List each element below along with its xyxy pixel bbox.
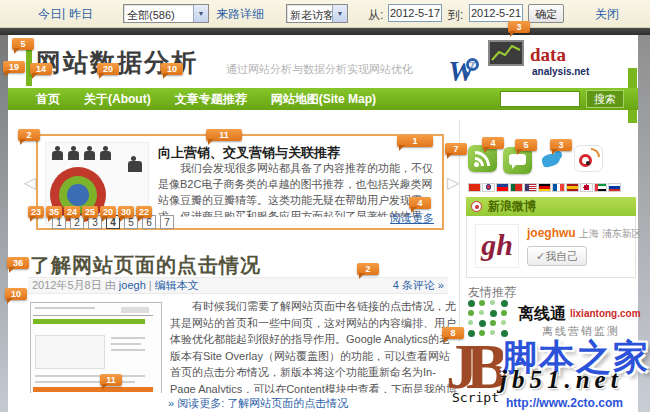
watermark-domain: jb51.net [500,366,623,394]
click-count-badge[interactable]: 25 [82,206,98,218]
click-count-badge[interactable]: 14 [30,63,52,75]
yesterday-link[interactable]: 昨日 [69,6,93,23]
from-date-input[interactable]: 2012-5-17 [388,4,442,22]
site-logo: W data analysis.net [440,40,590,86]
flag-south-korea-icon[interactable] [482,183,495,192]
weibo-mini-icon [471,201,482,212]
flag-taiwan-icon[interactable] [496,183,509,192]
article-read-more-link[interactable]: » 阅读更多: 了解网站页面的点击情况 [168,396,348,411]
click-count-badge[interactable]: 5 [12,38,34,50]
weibo-follow-button[interactable]: ✓我自己 [527,246,587,266]
source-filter-value: 全部(586) [127,8,175,23]
flag-france-icon[interactable] [552,183,565,192]
click-count-badge[interactable]: 10 [5,288,27,300]
chart-icon [488,40,524,66]
article-title[interactable]: 了解网站页面的点击情况 [30,252,261,279]
nav-item[interactable]: 首页 [36,91,60,108]
flag-usa-icon[interactable] [524,183,537,192]
edit-post-link[interactable]: 编辑本文 [155,279,199,291]
click-count-badge[interactable]: 24 [64,206,80,218]
article-meta: 2012年5月8日 由 joegh | 编辑本文 4 条评论 » [28,277,448,294]
click-count-badge[interactable]: 2 [18,129,40,141]
main-nav: 首页关于(About)文章专题推荐网站地图(Site Map) 搜索 [8,88,638,110]
click-count-badge[interactable]: 4 [482,137,504,149]
click-count-badge[interactable]: 2 [357,263,379,275]
weibo-widget-body: gh joeghwu 上海 浦东新区 ✓我自己 [466,216,636,278]
click-count-badge[interactable]: 20 [100,206,116,218]
article-thumbnail[interactable] [30,302,162,393]
sina-weibo-icon[interactable] [574,145,603,172]
flag-japan-icon[interactable] [580,183,593,192]
site-tagline: 通过网站分析与数据分析实现网站优化 [226,62,413,77]
click-count-badge[interactable]: 3 [508,21,530,33]
rss-icon[interactable] [468,145,497,172]
dropdown-arrow-icon[interactable]: ▼ [332,5,347,22]
pagination-page[interactable]: 7 [160,215,174,229]
click-count-badge[interactable]: 7 [445,143,467,155]
click-count-badge[interactable]: 8 [442,327,464,339]
slider-read-more-link[interactable]: 阅读更多 [390,211,434,226]
confirm-button[interactable]: 确定 [528,4,564,23]
flag-portugal-icon[interactable] [510,183,523,192]
flag-spain-icon[interactable] [566,183,579,192]
today-link[interactable]: 今日 [38,6,62,23]
click-count-badge[interactable]: 36 [7,257,29,269]
click-count-badge[interactable]: 20 [97,63,119,75]
flag-russia-icon[interactable] [608,183,621,192]
to-date-input[interactable]: 2012-5-21 [469,4,523,22]
article-by: 由 [105,279,116,291]
click-count-badge[interactable]: 22 [136,206,152,218]
click-count-badge[interactable]: 5 [515,139,537,151]
nav-item[interactable]: 文章专题推荐 [175,91,247,108]
article-date: 2012年5月8日 [32,279,102,291]
click-count-badge[interactable]: 11 [206,129,242,141]
flag-china-icon[interactable] [468,183,481,192]
click-count-badge[interactable]: 10 [161,63,183,75]
search-input[interactable] [500,91,580,107]
meta-pipe: | [149,279,152,291]
page-top-bar [0,28,650,35]
nav-item[interactable]: 网站地图(Site Map) [271,91,376,108]
from-label: 从: [368,7,383,24]
left-margin [0,35,8,412]
click-count-badge[interactable]: 35 [46,206,62,218]
comments-link[interactable]: 4 条评论 » [393,278,444,293]
close-link[interactable]: 关闭 [595,6,619,23]
source-filter-select[interactable]: 全部(586) ▼ [123,4,209,23]
overlay-toolbar: 今日 | 昨日 全部(586) ▼ 来路详细 新老访客 ▼ 从: 2012-5-… [0,0,650,28]
article-body: 有时候我们需要了解网站页面中各链接的点击情况，尤其是网站的首页和一些中间页，这对… [28,298,458,393]
click-count-badge[interactable]: 30 [118,206,134,218]
lixiantong-domain: lixiantong.com [570,308,641,319]
watermark-url: http://www.2cto.com [506,396,623,410]
slider-post-title[interactable]: 向上营销、交叉营销与关联推荐 [158,144,340,162]
article-meta-left: 2012年5月8日 由 joegh | 编辑本文 [32,278,199,293]
slider-prev-arrow[interactable]: ◁ [24,173,36,192]
search-button[interactable]: 搜索 [586,90,624,108]
flag-germany-icon[interactable] [538,183,551,192]
click-count-badge[interactable]: 23 [28,206,44,218]
flag-uae-icon[interactable] [594,183,607,192]
weibo-location: 上海 浦东新区 [579,227,642,241]
author-link[interactable]: joegh [119,279,146,291]
visitor-type-select[interactable]: 新老访客 ▼ [286,4,348,23]
click-count-badge[interactable]: 4 [409,197,431,209]
flags-row [468,183,622,192]
click-count-badge[interactable]: 1 [397,135,433,147]
logo-data-text: data [530,44,566,66]
watermark-script-text: Script [452,390,499,405]
weibo-username-link[interactable]: joeghwu [527,226,576,240]
weibo-header-label: 新浪微博 [488,199,536,213]
nav-item[interactable]: 关于(About) [84,91,151,108]
logo-domain-text: analysis.net [532,66,589,77]
dropdown-arrow-icon[interactable]: ▼ [193,5,208,22]
referrer-detail-link[interactable]: 来路详细 [216,6,264,23]
click-count-badge[interactable]: 3 [550,139,572,151]
slider-excerpt: 我们会发现很多网站都具备了内容推荐的功能，不仅是像B2C电子商务类的卓越的图书推… [158,161,438,217]
click-count-badge[interactable]: 19 [3,61,25,73]
click-count-badge[interactable]: 11 [100,374,122,386]
weibo-widget-header: 新浪微博 [466,197,636,216]
to-label: 到: [448,7,463,24]
slider-next-arrow[interactable]: ▷ [447,173,459,192]
visitor-type-value: 新老访客 [290,8,334,23]
avatar[interactable]: gh [475,224,519,268]
